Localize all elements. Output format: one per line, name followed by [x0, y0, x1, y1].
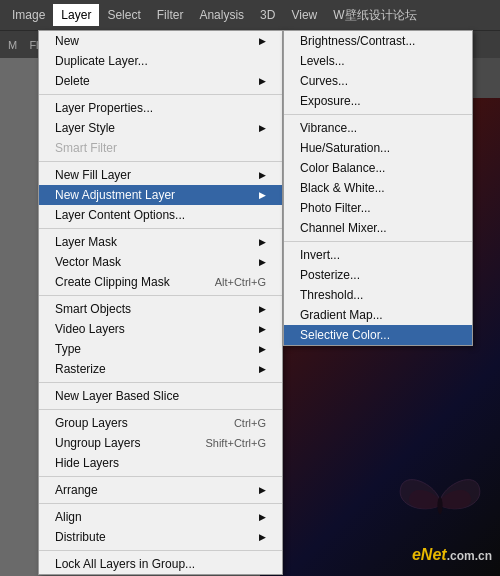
menu-image[interactable]: Image — [4, 4, 53, 26]
menu-view[interactable]: View — [283, 4, 325, 26]
menu-item-hide-layers[interactable]: Hide Layers — [39, 453, 282, 473]
menu-item-lock-all[interactable]: Lock All Layers in Group... — [39, 554, 282, 574]
menu-item-align[interactable]: Align — [39, 507, 282, 527]
channel-mixer-label: Channel Mixer... — [300, 221, 387, 235]
svg-point-0 — [437, 497, 442, 515]
watermark: eNet .com.cn — [412, 546, 492, 564]
submenu-gradient-map[interactable]: Gradient Map... — [284, 305, 472, 325]
submenu-invert[interactable]: Invert... — [284, 245, 472, 265]
separator-7 — [39, 476, 282, 477]
exposure-label: Exposure... — [300, 94, 361, 108]
menu-item-smart-filter: Smart Filter — [39, 138, 282, 158]
submenu-channel-mixer[interactable]: Channel Mixer... — [284, 218, 472, 238]
adjustment-submenu: Brightness/Contrast... Levels... Curves.… — [283, 30, 473, 346]
submenu-levels[interactable]: Levels... — [284, 51, 472, 71]
menu-analysis[interactable]: Analysis — [191, 4, 252, 26]
posterize-label: Posterize... — [300, 268, 360, 282]
menu-item-duplicate[interactable]: Duplicate Layer... — [39, 51, 282, 71]
submenu-curves[interactable]: Curves... — [284, 71, 472, 91]
menu-bar: Image Layer Select Filter Analysis 3D Vi… — [0, 0, 500, 30]
menu-item-ungroup-layers[interactable]: Ungroup Layers Shift+Ctrl+G — [39, 433, 282, 453]
menu-item-clipping-mask[interactable]: Create Clipping Mask Alt+Ctrl+G — [39, 272, 282, 292]
separator-9 — [39, 550, 282, 551]
menu-item-new-layer-slice[interactable]: New Layer Based Slice — [39, 386, 282, 406]
watermark-com: .com.cn — [447, 549, 492, 563]
menu-item-layer-properties[interactable]: Layer Properties... — [39, 98, 282, 118]
menu-item-layer-mask[interactable]: Layer Mask — [39, 232, 282, 252]
selective-color-label: Selective Color... — [300, 328, 390, 342]
menu-item-new-adjustment[interactable]: New Adjustment Layer — [39, 185, 282, 205]
separator-6 — [39, 409, 282, 410]
gradient-map-label: Gradient Map... — [300, 308, 383, 322]
color-balance-label: Color Balance... — [300, 161, 385, 175]
menu-item-rasterize[interactable]: Rasterize — [39, 359, 282, 379]
watermark-enet: eNet — [412, 546, 447, 564]
menu-wallpaper[interactable]: W壁纸设计论坛 — [325, 3, 424, 28]
submenu-sep-1 — [284, 114, 472, 115]
curves-label: Curves... — [300, 74, 348, 88]
submenu-photo-filter[interactable]: Photo Filter... — [284, 198, 472, 218]
menu-layer[interactable]: Layer — [53, 4, 99, 26]
menu-item-distribute[interactable]: Distribute — [39, 527, 282, 547]
menu-item-vector-mask[interactable]: Vector Mask — [39, 252, 282, 272]
new-adjustment-label: New Adjustment Layer — [55, 188, 175, 202]
photo-filter-label: Photo Filter... — [300, 201, 371, 215]
separator-5 — [39, 382, 282, 383]
invert-label: Invert... — [300, 248, 340, 262]
menu-item-smart-objects[interactable]: Smart Objects — [39, 299, 282, 319]
hue-sat-label: Hue/Saturation... — [300, 141, 390, 155]
menu-3d[interactable]: 3D — [252, 4, 283, 26]
menu-item-group-layers[interactable]: Group Layers Ctrl+G — [39, 413, 282, 433]
new-fill-label: New Fill Layer — [55, 168, 131, 182]
submenu-color-balance[interactable]: Color Balance... — [284, 158, 472, 178]
menu-filter[interactable]: Filter — [149, 4, 192, 26]
menu-item-arrange[interactable]: Arrange — [39, 480, 282, 500]
submenu-exposure[interactable]: Exposure... — [284, 91, 472, 111]
threshold-label: Threshold... — [300, 288, 363, 302]
menu-item-video-layers[interactable]: Video Layers — [39, 319, 282, 339]
clipping-mask-shortcut: Alt+Ctrl+G — [195, 276, 266, 288]
levels-label: Levels... — [300, 54, 345, 68]
menu-item-type[interactable]: Type — [39, 339, 282, 359]
separator-2 — [39, 161, 282, 162]
submenu-sep-2 — [284, 241, 472, 242]
separator-1 — [39, 94, 282, 95]
butterfly-icon — [395, 466, 485, 536]
separator-8 — [39, 503, 282, 504]
layer-menu: New Duplicate Layer... Delete Layer Prop… — [38, 30, 283, 575]
submenu-hue-sat[interactable]: Hue/Saturation... — [284, 138, 472, 158]
menu-item-layer-content[interactable]: Layer Content Options... — [39, 205, 282, 225]
submenu-bw[interactable]: Black & White... — [284, 178, 472, 198]
ungroup-layers-shortcut: Shift+Ctrl+G — [185, 437, 266, 449]
menu-item-new[interactable]: New — [39, 31, 282, 51]
submenu-vibrance[interactable]: Vibrance... — [284, 118, 472, 138]
menu-item-layer-style[interactable]: Layer Style — [39, 118, 282, 138]
separator-3 — [39, 228, 282, 229]
separator-4 — [39, 295, 282, 296]
menu-select[interactable]: Select — [99, 4, 148, 26]
menu-item-new-fill[interactable]: New Fill Layer — [39, 165, 282, 185]
group-layers-shortcut: Ctrl+G — [214, 417, 266, 429]
submenu-threshold[interactable]: Threshold... — [284, 285, 472, 305]
submenu-selective-color[interactable]: Selective Color... — [284, 325, 472, 345]
submenu-posterize[interactable]: Posterize... — [284, 265, 472, 285]
submenu-brightness[interactable]: Brightness/Contrast... — [284, 31, 472, 51]
bw-label: Black & White... — [300, 181, 385, 195]
brightness-label: Brightness/Contrast... — [300, 34, 415, 48]
menu-item-delete[interactable]: Delete — [39, 71, 282, 91]
vibrance-label: Vibrance... — [300, 121, 357, 135]
